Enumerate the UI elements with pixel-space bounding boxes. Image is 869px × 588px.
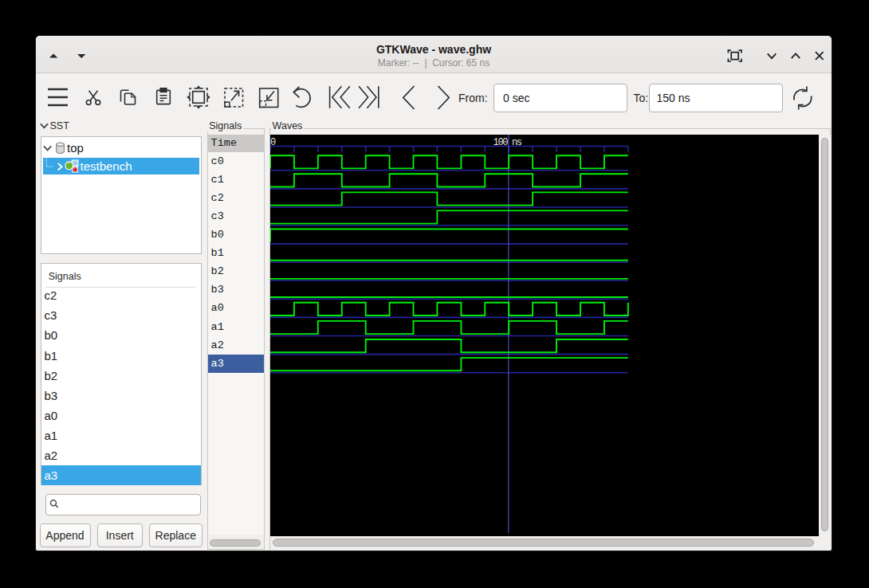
svg-text:ns: ns bbox=[512, 137, 522, 148]
svg-text:100: 100 bbox=[493, 137, 509, 148]
svg-text:0: 0 bbox=[270, 137, 276, 148]
